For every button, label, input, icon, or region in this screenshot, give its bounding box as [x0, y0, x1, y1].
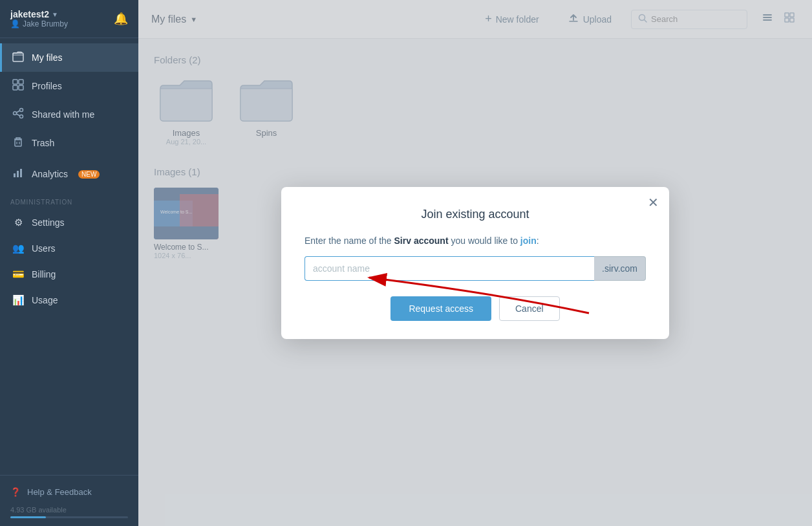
svg-point-6: [14, 112, 17, 115]
svg-line-8: [17, 111, 20, 113]
sidebar-item-profiles-label: Profiles: [32, 81, 62, 91]
cancel-button[interactable]: Cancel: [499, 296, 560, 321]
files-icon: [12, 50, 24, 65]
account-name-input[interactable]: [304, 256, 594, 281]
svg-rect-4: [19, 85, 23, 90]
svg-line-9: [17, 114, 20, 116]
modal-description: Enter the name of the Sirv account you w…: [304, 236, 646, 246]
usage-icon: 📊: [12, 294, 24, 306]
main-area: My files ▼ + New folder Upload: [138, 0, 812, 526]
svg-rect-1: [13, 80, 17, 84]
modal-close-button[interactable]: ✕: [648, 196, 659, 209]
analytics-icon: [12, 167, 24, 181]
help-icon: ❓: [10, 487, 21, 497]
sidebar-nav: My files Profiles: [0, 38, 138, 475]
modal-desc-middle: you would like to: [449, 236, 520, 246]
svg-rect-2: [19, 80, 23, 84]
modal-actions: Request access Cancel: [304, 296, 646, 321]
sidebar-item-trash[interactable]: Trash: [0, 129, 138, 157]
sidebar-item-profiles[interactable]: Profiles: [0, 72, 138, 100]
account-dropdown-icon: ▼: [52, 11, 58, 18]
modal-overlay: ✕ Join existing account Enter the name o…: [138, 0, 812, 526]
sidebar-item-shared-label: Shared with me: [32, 109, 94, 120]
sidebar-item-my-files[interactable]: My files: [0, 43, 138, 72]
sidebar-item-settings-label: Settings: [32, 217, 65, 228]
modal-join-text: join: [520, 236, 537, 246]
svg-rect-15: [20, 169, 22, 177]
storage-info: 4.93 GB available: [10, 506, 128, 518]
modal-desc-suffix: :: [537, 236, 539, 246]
storage-bar: [10, 516, 128, 518]
profiles-icon: [12, 79, 24, 93]
sidebar-item-users[interactable]: 👥 Users: [0, 236, 138, 261]
sidebar-item-shared[interactable]: Shared with me: [0, 100, 138, 129]
sidebar-item-analytics[interactable]: Analytics NEW: [0, 160, 138, 188]
settings-icon: ⚙: [12, 217, 24, 228]
storage-text: 4.93 GB available: [10, 506, 128, 514]
notifications-icon[interactable]: 🔔: [114, 12, 128, 26]
sidebar-item-usage-label: Usage: [32, 295, 58, 305]
help-label: Help & Feedback: [27, 487, 92, 497]
sidebar-item-my-files-label: My files: [32, 52, 62, 63]
admin-section-label: ADMINISTRATION: [0, 188, 138, 210]
account-user: 👤 Jake Brumby: [10, 19, 68, 28]
svg-rect-3: [13, 85, 17, 90]
sidebar-item-settings[interactable]: ⚙ Settings: [0, 210, 138, 236]
modal-sirv-text: Sirv account: [394, 236, 449, 246]
trash-icon: [12, 136, 24, 150]
shared-icon: [12, 107, 24, 122]
svg-point-5: [20, 109, 23, 112]
sidebar-footer: ❓ Help & Feedback 4.93 GB available: [0, 475, 138, 526]
modal-input-row: .sirv.com: [304, 256, 646, 281]
account-info: jaketest2 ▼ 👤 Jake Brumby: [10, 9, 68, 28]
sidebar-item-billing[interactable]: 💳 Billing: [0, 261, 138, 287]
sidebar-item-trash-label: Trash: [32, 138, 54, 148]
billing-icon: 💳: [12, 268, 24, 280]
sirv-suffix: .sirv.com: [594, 256, 646, 281]
svg-rect-0: [13, 53, 23, 61]
request-access-button[interactable]: Request access: [390, 296, 491, 321]
svg-rect-13: [14, 173, 16, 177]
analytics-badge: NEW: [78, 170, 100, 179]
users-icon: 👥: [12, 243, 24, 254]
account-name[interactable]: jaketest2 ▼: [10, 9, 68, 19]
svg-point-7: [20, 115, 23, 118]
storage-bar-fill: [10, 516, 46, 518]
sidebar-item-users-label: Users: [32, 243, 56, 254]
sidebar: jaketest2 ▼ 👤 Jake Brumby 🔔 My files: [0, 0, 138, 526]
modal-title: Join existing account: [304, 208, 646, 221]
svg-rect-14: [17, 171, 19, 177]
sidebar-item-usage[interactable]: 📊 Usage: [0, 287, 138, 313]
sidebar-header: jaketest2 ▼ 👤 Jake Brumby 🔔: [0, 0, 138, 38]
help-feedback-item[interactable]: ❓ Help & Feedback: [10, 483, 128, 501]
modal-desc-prefix: Enter the name of the: [304, 236, 394, 246]
join-account-modal: ✕ Join existing account Enter the name o…: [281, 187, 669, 339]
analytics-label: Analytics: [32, 169, 68, 179]
svg-rect-10: [15, 140, 21, 146]
user-icon: 👤: [10, 19, 20, 28]
sidebar-item-billing-label: Billing: [32, 269, 56, 279]
